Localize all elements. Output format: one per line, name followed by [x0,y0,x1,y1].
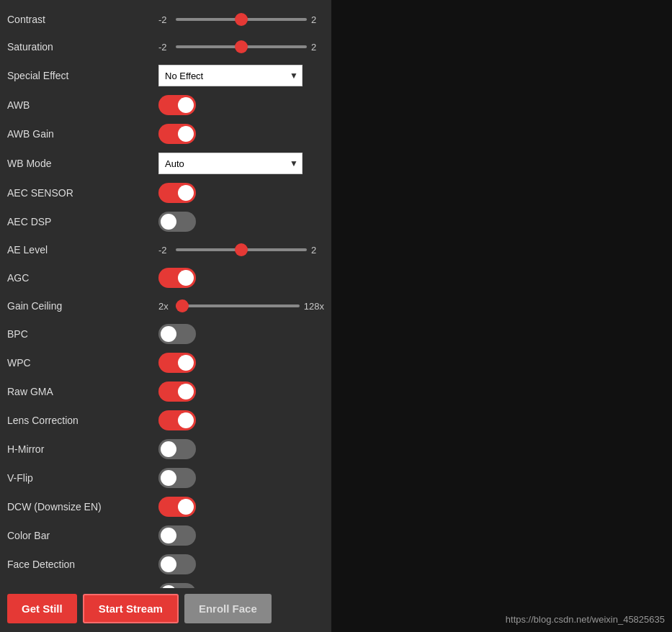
widget-face-detection [158,554,324,574]
toggle-knob-dcw [178,499,194,515]
control-row-wb-mode: WB ModeAutoSunnyCloudyOfficeHome▼ [0,148,331,179]
widget-color-bar [158,525,324,546]
toggle-aec-dsp[interactable] [158,212,196,232]
slider-track-gain-ceiling[interactable] [176,304,300,307]
select-wb-mode[interactable]: AutoSunnyCloudyOfficeHome [158,153,303,174]
slider-ae-level[interactable]: -22 [158,245,324,256]
slider-track-saturation[interactable] [176,45,307,48]
control-row-bpc: BPC [0,320,331,348]
control-row-special-effect: Special EffectNo EffectNegativeGrayscale… [0,60,331,91]
toggle-face-recognition[interactable] [158,583,196,588]
toggle-knob-color-bar [161,528,176,543]
toggle-knob-v-flip [161,470,176,486]
control-row-ae-level: AE Level-22 [0,236,331,263]
control-row-dcw: DCW (Downsize EN) [0,492,331,521]
label-wpc: WPC [7,357,158,369]
widget-wpc [158,353,324,373]
toggle-knob-bpc [161,326,176,342]
slider-min-ae-level: -2 [158,245,171,256]
control-row-face-recognition: Face Recognition [0,579,331,588]
enroll-face-button[interactable]: Enroll Face [184,594,272,623]
label-v-flip: V-Flip [7,472,158,484]
toggle-h-mirror[interactable] [158,439,196,459]
slider-thumb-ae-level[interactable] [235,243,248,256]
toggle-knob-awb [178,97,194,113]
widget-awb-gain [158,124,324,144]
toggle-lens-correction[interactable] [158,410,196,430]
slider-thumb-gain-ceiling[interactable] [176,299,189,312]
toggle-knob-wpc [178,355,194,371]
toggle-v-flip[interactable] [158,468,196,488]
slider-max-gain-ceiling: 128x [304,301,324,312]
controls-area: Contrast-22Saturation-22Special EffectNo… [0,3,331,588]
slider-gain-ceiling[interactable]: 2x128x [158,301,324,312]
control-row-v-flip: V-Flip [0,464,331,492]
slider-max-contrast: 2 [311,14,324,25]
slider-contrast[interactable]: -22 [158,14,324,25]
select-wrapper-special-effect: No EffectNegativeGrayscaleRed TintGreen … [158,65,303,86]
label-wb-mode: WB Mode [7,158,158,169]
toggle-knob-face-recognition [161,585,176,588]
toggle-awb-gain[interactable] [158,124,196,144]
label-dcw: DCW (Downsize EN) [7,501,158,513]
get-still-button[interactable]: Get Still [7,594,77,623]
toggle-knob-face-detection [161,556,176,572]
slider-track-contrast[interactable] [176,18,307,21]
toggle-bpc[interactable] [158,324,196,344]
toggle-knob-aec-dsp [161,214,176,230]
label-awb-gain: AWB Gain [7,128,158,140]
control-row-gain-ceiling: Gain Ceiling2x128x [0,292,331,320]
toggle-knob-raw-gma [178,384,194,399]
slider-thumb-contrast[interactable] [235,13,248,26]
widget-saturation: -22 [158,42,324,53]
toggle-knob-h-mirror [161,441,176,457]
control-row-color-bar: Color Bar [0,521,331,550]
label-face-detection: Face Detection [7,559,158,570]
label-saturation: Saturation [7,41,158,53]
select-special-effect[interactable]: No EffectNegativeGrayscaleRed TintGreen … [158,65,303,86]
toggle-raw-gma[interactable] [158,382,196,402]
toggle-knob-awb-gain [178,126,194,142]
slider-min-gain-ceiling: 2x [158,301,171,312]
label-special-effect: Special Effect [7,70,158,81]
button-bar: Get Still Start Stream Enroll Face [0,588,331,629]
control-row-wpc: WPC [0,348,331,377]
slider-thumb-saturation[interactable] [235,40,248,53]
widget-aec-sensor [158,183,324,203]
label-aec-sensor: AEC SENSOR [7,187,158,199]
control-row-agc: AGC [0,263,331,292]
slider-saturation[interactable]: -22 [158,42,324,53]
toggle-agc[interactable] [158,268,196,288]
widget-special-effect: No EffectNegativeGrayscaleRed TintGreen … [158,65,324,86]
slider-max-saturation: 2 [311,42,324,53]
start-stream-button[interactable]: Start Stream [83,594,179,623]
select-wrapper-wb-mode: AutoSunnyCloudyOfficeHome▼ [158,153,303,174]
toggle-aec-sensor[interactable] [158,183,196,203]
widget-gain-ceiling: 2x128x [158,301,324,312]
control-row-h-mirror: H-Mirror [0,435,331,464]
control-row-saturation: Saturation-22 [0,33,331,60]
label-lens-correction: Lens Correction [7,415,158,426]
widget-raw-gma [158,382,324,402]
control-row-awb: AWB [0,91,331,119]
control-row-contrast: Contrast-22 [0,6,331,33]
label-awb: AWB [7,99,158,111]
widget-h-mirror [158,439,324,459]
label-contrast: Contrast [7,14,158,25]
toggle-color-bar[interactable] [158,525,196,546]
widget-contrast: -22 [158,14,324,25]
toggle-wpc[interactable] [158,353,196,373]
footer-url: https://blog.csdn.net/weixin_45825635 [506,614,665,625]
control-row-awb-gain: AWB Gain [0,119,331,148]
control-row-raw-gma: Raw GMA [0,377,331,406]
slider-track-ae-level[interactable] [176,248,307,251]
toggle-awb[interactable] [158,95,196,115]
widget-dcw [158,497,324,517]
label-color-bar: Color Bar [7,530,158,541]
widget-agc [158,268,324,288]
label-agc: AGC [7,272,158,284]
toggle-face-detection[interactable] [158,554,196,574]
sidebar: Contrast-22Saturation-22Special EffectNo… [0,0,331,632]
toggle-dcw[interactable] [158,497,196,517]
label-ae-level: AE Level [7,244,158,256]
